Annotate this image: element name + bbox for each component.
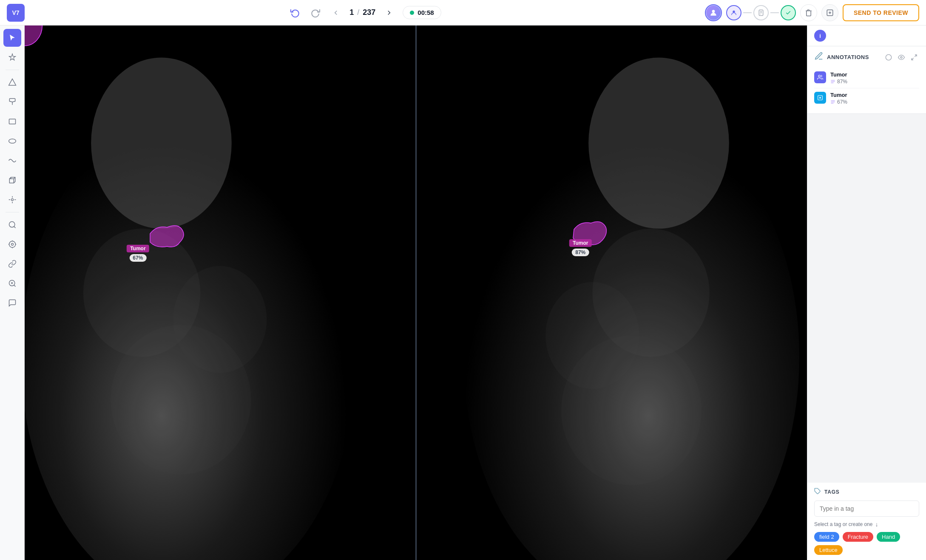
comment-tool-button[interactable] <box>3 294 21 312</box>
keypoint-tool-button[interactable] <box>3 191 21 209</box>
auto-tool-button[interactable] <box>3 48 21 66</box>
assign-button[interactable] <box>821 4 838 21</box>
anno-2-meta: 67% <box>830 99 919 105</box>
workflow-connector-1 <box>743 12 752 13</box>
anno-visibility-button[interactable] <box>896 52 906 62</box>
tags-header: TAGS <box>814 488 919 496</box>
anno-circle-button[interactable] <box>883 52 894 62</box>
tag-chip-fracture[interactable]: Fracture <box>843 532 873 542</box>
svg-point-22 <box>11 243 13 246</box>
top-bar-right: SEND TO REVIEW <box>705 4 919 21</box>
left-image-panel[interactable]: Tumor 67% <box>25 25 415 560</box>
undo-button[interactable] <box>288 6 302 20</box>
timer-value: 00:58 <box>418 9 434 16</box>
anno-2-name: Tumor <box>830 92 919 98</box>
prev-image-button[interactable] <box>329 6 343 20</box>
annotation-item-1[interactable]: Tumor 87% <box>814 68 919 88</box>
left-toolbar <box>0 25 25 560</box>
tag-chip-hand[interactable]: Hand <box>877 532 900 542</box>
tag-chips: field 2 Fracture Hand Lettuce <box>814 532 919 555</box>
tumor-right-label-group: Tumor 87% <box>569 239 591 256</box>
tag-chip-field2[interactable]: field 2 <box>814 532 839 542</box>
tumor-left-label-group: Tumor 67% <box>127 245 149 262</box>
total-pages: 237 <box>363 8 375 17</box>
tumor-left-label: Tumor <box>127 245 149 252</box>
page-separator: / <box>357 8 359 17</box>
anno-1-confidence: 87% <box>837 79 847 85</box>
svg-marker-9 <box>9 79 16 85</box>
annotations-section: ANNOTATIONS <box>807 46 926 114</box>
info-button[interactable]: i <box>814 30 826 42</box>
spline-tool-button[interactable] <box>3 152 21 170</box>
logo-button[interactable]: V7 <box>7 4 25 22</box>
svg-point-49 <box>818 75 821 77</box>
avatar-image <box>706 6 721 20</box>
delete-button[interactable] <box>800 4 817 21</box>
workflow-step-review[interactable] <box>753 5 769 20</box>
main-content: Tumor 67% <box>0 25 926 560</box>
tumor-right-confidence: 87% <box>572 249 589 256</box>
left-mammogram-svg <box>25 25 415 560</box>
tumor-right-label: Tumor <box>569 239 591 247</box>
anno-2-confidence: 67% <box>837 99 847 105</box>
tool-divider-1 <box>6 70 19 70</box>
tag-chip-lettuce[interactable]: Lettuce <box>814 545 843 555</box>
image-area: Tumor 67% <box>25 25 807 560</box>
svg-point-1 <box>733 10 735 12</box>
annotations-icon <box>814 51 824 63</box>
anno-1-body: Tumor 87% <box>830 71 919 85</box>
select-tag-row: Select a tag or create one ↓ <box>814 521 919 528</box>
tags-title: TAGS <box>824 489 840 495</box>
next-image-button[interactable] <box>382 6 396 20</box>
ellipse-tool-button[interactable] <box>3 132 21 150</box>
select-tag-label: Select a tag or create one <box>814 521 872 527</box>
right-image-panel[interactable]: Tumor 87% <box>415 25 807 560</box>
timer-dot <box>410 11 414 15</box>
current-page: 1 <box>349 8 354 17</box>
brush-tool-button[interactable] <box>3 93 21 111</box>
polygon-tool-button[interactable] <box>3 74 21 91</box>
tags-section: TAGS Select a tag or create one ↓ field … <box>807 483 926 560</box>
anno-1-name: Tumor <box>830 71 919 78</box>
user-avatar[interactable] <box>705 4 722 21</box>
annotations-header: ANNOTATIONS <box>814 51 919 63</box>
svg-line-29 <box>14 285 15 287</box>
svg-rect-10 <box>9 119 15 124</box>
tag-input[interactable] <box>814 501 919 517</box>
annotations-title: ANNOTATIONS <box>827 54 880 60</box>
tumor-left-confidence: 67% <box>129 254 146 262</box>
workflow-step-complete[interactable] <box>781 5 796 20</box>
annotation-item-2[interactable]: Tumor 67% <box>814 88 919 108</box>
anno-1-meta-icon <box>830 79 835 84</box>
rectangle-tool-button[interactable] <box>3 113 21 130</box>
workflow-step-annotate[interactable] <box>726 5 741 20</box>
page-navigation: 1 / 237 <box>349 8 375 17</box>
search-tool-button[interactable] <box>3 216 21 234</box>
right-panel-spacer <box>807 114 926 483</box>
workflow-connector-2 <box>770 12 779 13</box>
anno-expand-button[interactable] <box>909 52 919 62</box>
measure-tool-button[interactable] <box>3 235 21 253</box>
right-mammogram-svg <box>417 25 807 560</box>
timer-badge: 00:58 <box>403 6 441 19</box>
link-tool-button[interactable] <box>3 255 21 273</box>
svg-line-48 <box>912 58 914 60</box>
cuboid-tool-button[interactable] <box>3 171 21 189</box>
svg-point-0 <box>712 10 715 13</box>
right-panel-info-row: i <box>807 25 926 46</box>
zoom-tool-button[interactable] <box>3 274 21 292</box>
anno-1-meta: 87% <box>830 79 919 85</box>
svg-point-15 <box>11 199 13 201</box>
anno-controls <box>883 52 919 62</box>
send-to-review-button[interactable]: SEND TO REVIEW <box>843 4 919 21</box>
svg-point-34 <box>91 57 232 229</box>
anno-2-body: Tumor 67% <box>830 92 919 105</box>
anno-1-avatar <box>814 71 826 83</box>
svg-rect-12 <box>9 179 14 183</box>
svg-point-23 <box>9 241 15 248</box>
svg-point-46 <box>900 57 902 58</box>
redo-button[interactable] <box>309 6 322 20</box>
tags-icon <box>814 488 821 496</box>
select-tool-button[interactable] <box>3 29 21 47</box>
top-bar: V7 1 / 237 <box>0 0 926 25</box>
